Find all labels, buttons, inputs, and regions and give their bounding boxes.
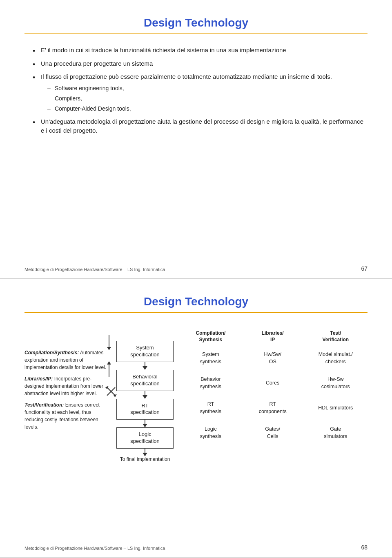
subitem-3: Computer-Aided Design tools, xyxy=(47,104,368,113)
slide-2: Design Technology Compilation/Synthesis:… xyxy=(0,279,392,558)
title-divider xyxy=(24,33,368,34)
bullet-3: Il flusso di progettazione può essere pa… xyxy=(33,72,368,113)
bullet-4: Un'adeguata metodologia di progettazione… xyxy=(33,117,368,136)
compilation-arrow-indicator xyxy=(107,335,111,350)
box-behavioral-spec: Behavioralspecification xyxy=(116,370,174,391)
slide2-footer: Metodologie di Progettazione Hardware/So… xyxy=(24,544,368,551)
cell-rt-synthesis: RTsynthesis xyxy=(180,393,242,418)
table-header-row: Compilation/Synthesis Libraries/IP Test/… xyxy=(180,329,368,345)
cell-cores: Cores xyxy=(242,368,304,393)
table-row-rt: RTsynthesis RTcomponents HDL simulators xyxy=(180,393,368,418)
slide2-title: Design Technology xyxy=(24,295,368,308)
table-row-logic: Logicsynthesis Gates/Cells Gatesimulator… xyxy=(180,418,368,442)
slide1-number: 67 xyxy=(361,265,368,272)
cell-hdl-simulators: HDL simulators xyxy=(304,393,368,418)
sub-list: Software engineering tools, Compilers, C… xyxy=(47,84,368,113)
right-table-area: Compilation/Synthesis Libraries/IP Test/… xyxy=(180,325,368,462)
cell-behavior-synthesis: Behaviorsynthesis xyxy=(180,368,242,393)
arrow-3 xyxy=(143,420,147,427)
title-divider-2 xyxy=(24,312,368,313)
box-system-spec: Systemspecification xyxy=(116,341,174,362)
cell-hw-sw-cosim: Hw-Swcosimulators xyxy=(304,368,368,393)
libraries-arrow-indicator xyxy=(107,361,111,377)
cell-model-simulat: Model simulat./checkers xyxy=(304,345,368,368)
table-row-behavioral: Behaviorsynthesis Cores Hw-Swcosimulator… xyxy=(180,368,368,393)
left-descriptions: Compilation/Synthesis: Automates explora… xyxy=(24,325,110,462)
box-logic-spec: Logicspecification xyxy=(116,427,174,449)
slide1-footer: Metodologie di Progettazione Hardware/So… xyxy=(24,265,368,272)
cell-gate-simulators: Gatesimulators xyxy=(304,418,368,442)
table-row-system: Systemsynthesis Hw/Sw/OS Model simulat./… xyxy=(180,345,368,368)
header-libraries: Libraries/IP xyxy=(242,329,304,345)
subitem-1: Software engineering tools, xyxy=(47,84,368,93)
test-arrow-indicator xyxy=(105,386,117,398)
libraries-desc: Libraries/IP: Incorporates pre-designed … xyxy=(24,375,110,397)
header-compilation: Compilation/Synthesis xyxy=(180,329,242,345)
test-desc: Test/Verification: Ensures correct funct… xyxy=(24,401,110,431)
subitem-2: Compilers, xyxy=(47,94,368,103)
slide1-title: Design Technology xyxy=(24,16,368,29)
bullet-1: E' il modo in cui si traduce la funziona… xyxy=(33,46,368,55)
bullet-2: Una procedura per progettare un sistema xyxy=(33,59,368,69)
cell-hw-sw-os: Hw/Sw/OS xyxy=(242,345,304,368)
slide-1: Design Technology E' il modo in cui si t… xyxy=(0,0,392,279)
cell-logic-synthesis: Logicsynthesis xyxy=(180,418,242,442)
cell-system-synthesis: Systemsynthesis xyxy=(180,345,242,368)
slide2-footer-text: Metodologie di Progettazione Hardware/So… xyxy=(24,546,165,551)
arrow-2 xyxy=(143,391,147,399)
slide1-bullets: E' il modo in cui si traduce la funziona… xyxy=(33,46,368,136)
cell-gates-cells: Gates/Cells xyxy=(242,418,304,442)
header-test: Test/Verification xyxy=(304,329,368,345)
cell-rt-components: RTcomponents xyxy=(242,393,304,418)
arrow-4 xyxy=(143,449,147,456)
slide1-footer-text: Metodologie di Progettazione Hardware/So… xyxy=(24,267,165,272)
slide2-number: 68 xyxy=(361,544,368,551)
compilation-desc: Compilation/Synthesis: Automates explora… xyxy=(24,349,110,371)
final-impl-label: To final implementation xyxy=(120,456,170,462)
arrow-1 xyxy=(143,362,147,370)
box-rt-spec: RTspecification xyxy=(116,399,174,420)
